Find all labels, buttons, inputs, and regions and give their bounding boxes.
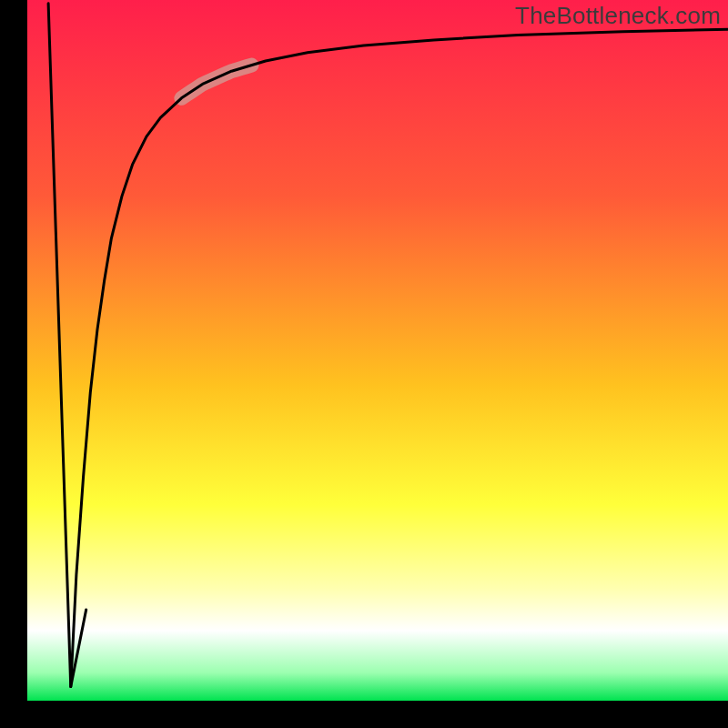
gradient-background (27, 0, 728, 701)
bottleneck-chart: TheBottleneck.com (0, 0, 728, 728)
watermark-label: TheBottleneck.com (515, 2, 721, 30)
x-axis-bar (0, 701, 728, 728)
chart-svg (0, 0, 728, 728)
plot-area (27, 0, 728, 701)
y-axis-bar (0, 0, 27, 728)
